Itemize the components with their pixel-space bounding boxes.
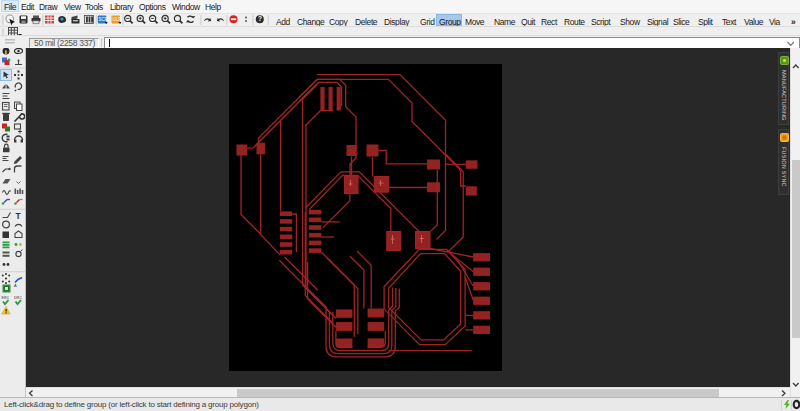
svg-text:ULP: ULP (113, 17, 122, 22)
svg-text:T: T (16, 211, 22, 221)
svg-text:DRC: DRC (14, 296, 22, 300)
svg-text:ERC: ERC (2, 296, 10, 300)
svg-text:?: ? (258, 15, 262, 22)
svg-text:SCR: SCR (99, 17, 109, 22)
svg-text:A: A (14, 283, 17, 288)
